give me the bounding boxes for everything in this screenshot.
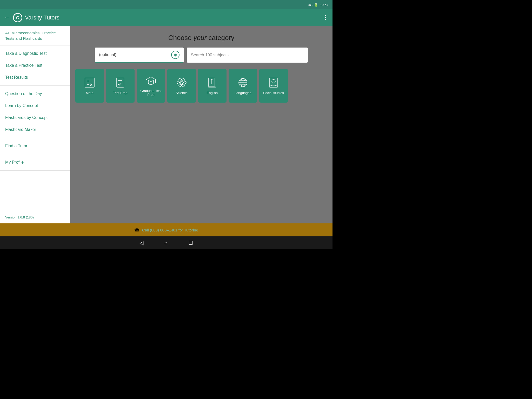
bottom-bar-text[interactable]: Call (888) 888–1401 for Tutoring — [142, 228, 198, 232]
app-title: Varsity Tutors — [25, 14, 323, 21]
socialstudies-icon — [268, 77, 279, 88]
svg-rect-6 — [117, 78, 124, 87]
math-icon — [84, 77, 95, 88]
battery-icon: 🔋 — [314, 3, 318, 7]
subject-placeholder: (optional) — [99, 52, 116, 57]
choose-title-suffix: category — [207, 34, 234, 42]
choose-title-italic: your — [194, 34, 207, 42]
english-icon — [207, 77, 218, 88]
nav-back-button[interactable]: ◁ — [139, 240, 143, 246]
category-tile-gradtestprep[interactable]: Graduate Test Prep — [137, 69, 165, 103]
sidebar-section-tutor: Find a Tutor — [0, 138, 70, 154]
sidebar-section-tests: Take a Diagnostic Test Take a Practice T… — [0, 45, 70, 86]
category-tile-science[interactable]: Science — [167, 69, 196, 103]
sidebar-item-qotd[interactable]: Question of the Day — [0, 88, 70, 100]
sidebar-item-results[interactable]: Test Results — [0, 71, 70, 83]
category-tile-socialstudies[interactable]: Social studies — [259, 69, 288, 103]
sidebar-item-learn[interactable]: Learn by Concept — [0, 100, 70, 112]
android-nav-bar: ◁ ○ ☐ — [0, 236, 332, 249]
choose-title: Choose your category — [168, 34, 234, 42]
sidebar-item-flashcards-concept[interactable]: Flashcards by Concept — [0, 112, 70, 124]
search-row: (optional) ⊕ Search 190 subjects — [95, 48, 308, 63]
sidebar-section-profile: My Profile — [0, 154, 70, 171]
science-label: Science — [176, 91, 188, 95]
english-label: English — [207, 91, 218, 95]
back-button[interactable]: ← — [4, 14, 10, 21]
gradtestprep-label: Graduate Test Prep — [139, 89, 163, 97]
svg-marker-9 — [146, 77, 156, 82]
phone-icon: ☎ — [134, 228, 139, 232]
science-icon — [176, 77, 187, 88]
bottom-bar: ☎ Call (888) 888–1401 for Tutoring — [0, 223, 332, 236]
sidebar: AP Microeconomics: Practice Tests and Fl… — [0, 26, 70, 223]
gradtestprep-icon — [145, 75, 157, 86]
choose-title-plain: Choose — [168, 34, 194, 42]
sidebar-course-title: AP Microeconomics: Practice Tests and Fl… — [5, 31, 56, 41]
signal-icon: 4G — [308, 3, 312, 7]
sidebar-item-find-tutor[interactable]: Find a Tutor — [0, 140, 70, 152]
category-tile-english[interactable]: English — [198, 69, 227, 103]
sidebar-item-practice[interactable]: Take a Practice Test — [0, 59, 70, 71]
socialstudies-label: Social studies — [263, 91, 284, 95]
logo-inner — [16, 16, 19, 19]
main-content: Choose your category (optional) ⊕ Search… — [70, 26, 332, 223]
sidebar-version: Version 1.6.8 (180) — [0, 211, 70, 223]
subject-search-right[interactable]: Search 190 subjects — [187, 48, 308, 63]
nav-recents-button[interactable]: ☐ — [188, 240, 193, 246]
languages-label: Languages — [235, 91, 251, 95]
svg-point-25 — [272, 79, 275, 83]
category-tile-testprep[interactable]: Test Prep — [106, 69, 135, 103]
math-label: Math — [86, 91, 94, 95]
svg-point-11 — [180, 81, 183, 84]
subject-search-left[interactable]: (optional) ⊕ — [95, 48, 184, 63]
sidebar-header: AP Microeconomics: Practice Tests and Fl… — [0, 26, 70, 45]
sidebar-item-profile[interactable]: My Profile — [0, 156, 70, 168]
main-layout: AP Microeconomics: Practice Tests and Fl… — [0, 26, 332, 223]
compass-icon: ⊕ — [171, 51, 179, 59]
status-icons: 4G 🔋 10:54 — [308, 3, 328, 7]
app-header: ← Varsity Tutors ⋮ — [0, 9, 332, 26]
sidebar-item-diagnostic[interactable]: Take a Diagnostic Test — [0, 48, 70, 59]
category-tile-languages[interactable]: Languages — [229, 69, 257, 103]
status-bar: 4G 🔋 10:54 — [0, 0, 332, 9]
more-button[interactable]: ⋮ — [323, 14, 328, 21]
category-tile-math[interactable]: Math — [75, 69, 104, 103]
nav-home-button[interactable]: ○ — [164, 240, 167, 246]
svg-rect-0 — [85, 78, 94, 87]
categories-row: Math Test Prep Graduate Tes — [75, 69, 327, 103]
testprep-label: Test Prep — [113, 91, 128, 95]
sidebar-item-flashcard-maker[interactable]: Flashcard Maker — [0, 124, 70, 136]
time-display: 10:54 — [320, 3, 328, 7]
languages-icon — [237, 77, 249, 88]
logo-circle — [13, 13, 22, 22]
testprep-icon — [115, 77, 126, 88]
sidebar-section-study: Question of the Day Learn by Concept Fla… — [0, 86, 70, 138]
search-placeholder-text: Search 190 subjects — [191, 53, 229, 57]
